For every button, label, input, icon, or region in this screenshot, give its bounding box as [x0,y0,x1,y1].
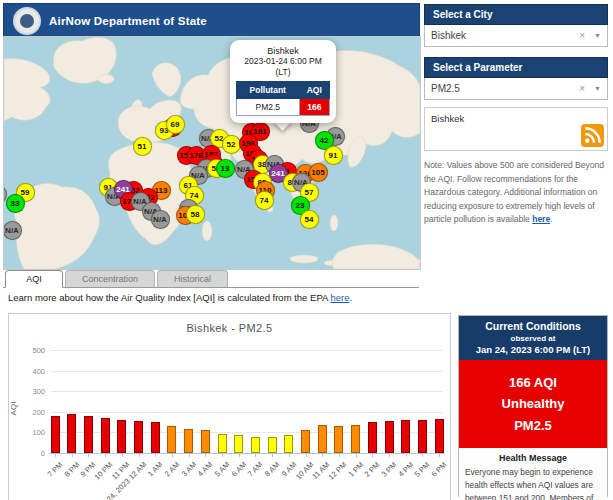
rss-icon[interactable] [581,124,604,147]
chart-bar[interactable] [301,430,310,453]
aqi-category: Unhealthy [461,393,605,414]
chart-bar[interactable] [435,419,444,453]
aqi-marker[interactable]: N/A [3,221,22,240]
chart-x-tick [72,454,73,457]
chart-gridline [51,391,443,392]
chart-bar[interactable] [218,434,227,453]
parameter-select[interactable]: PM2.5 × ▼ [424,78,608,100]
chart-x-tick [372,454,373,457]
epa-here-link[interactable]: here [330,292,349,303]
aqi-value-line: 166 AQI [461,372,605,393]
aqi-marker[interactable]: 33 [6,194,25,213]
aqi-marker[interactable]: 105 [309,163,328,182]
chart-bar[interactable] [234,435,243,453]
chart-y-tick: 500 [15,346,45,355]
city-clear-icon[interactable]: × [579,30,585,41]
chart-bar[interactable] [334,426,343,453]
city-select[interactable]: Bishkek × ▼ [424,25,608,47]
parameter-clear-icon[interactable]: × [579,83,585,94]
aqi-marker[interactable]: 51 [133,137,152,156]
tab-historical[interactable]: Historical [157,270,228,287]
parameter-select-header: Select a Parameter [424,57,608,78]
chart-x-tick [289,454,290,457]
world-map[interactable]: N/A5933N/A9936951N/A5252151176157182N/A5… [3,36,421,270]
city-select-header: Select a City [424,4,608,25]
chart-x-tick [272,454,273,457]
chart-y-tick: 100 [15,428,45,437]
aqi-marker[interactable]: 52 [222,135,241,154]
aqi-marker[interactable]: N/A [151,210,170,229]
chart-x-label: 4 AM [196,460,214,478]
chart-x-label: 8 AM [263,460,281,478]
chart-x-tick [439,454,440,457]
current-conditions-header: Current Conditions observed at Jan 24, 2… [459,316,607,360]
aqi-bar-chart: Bishkek - PM2.5 AQI 01002003004005007 PM… [8,313,451,500]
chart-x-tick [222,454,223,457]
chart-x-tick [122,454,123,457]
aqi-marker[interactable]: 91 [324,146,343,165]
chart-x-tick [155,454,156,457]
chart-x-label: 8 PM [62,460,81,479]
parameter-caret-down-icon[interactable]: ▼ [594,85,601,92]
chart-bar[interactable] [401,420,410,453]
popup-timezone: (LT) [235,67,331,78]
chart-bar[interactable] [184,429,193,453]
chart-x-label: 10 PM [93,460,115,482]
chart-bar[interactable] [101,418,110,453]
chart-bar[interactable] [251,437,260,453]
chart-gridline [51,350,443,351]
chart-x-label: 4 PM [396,460,415,479]
chart-x-tick [356,454,357,457]
chart-gridline [51,412,443,413]
chart-x-tick [88,454,89,457]
note-here-link[interactable]: here [532,214,550,224]
chart-x-tick [406,454,407,457]
tab-concentration[interactable]: Concentration [65,270,155,287]
map-popup: Bishkek 2023-01-24 6:00 PM (LT) Pollutan… [230,40,336,123]
chart-x-tick [172,454,173,457]
aqi-marker[interactable]: 58 [186,205,205,224]
chart-bar[interactable] [151,422,160,453]
aqi-marker[interactable]: 13 [216,159,235,178]
observed-at-datetime: Jan 24, 2023 6:00 PM (LT) [461,344,605,355]
chart-x-label: 3 AM [180,460,198,478]
learn-more-suffix: . [349,292,352,303]
chart-bar[interactable] [167,426,176,453]
chart-bar[interactable] [318,425,327,453]
chart-bar[interactable] [51,416,60,453]
chart-bar[interactable] [351,425,360,453]
current-conditions-panel: Current Conditions observed at Jan 24, 2… [458,315,608,497]
city-caret-down-icon[interactable]: ▼ [594,32,601,39]
chart-title: Bishkek - PM2.5 [9,322,450,334]
learn-more-text: Learn more about how the Air Quality Ind… [8,292,352,303]
chart-x-label: 5 AM [213,460,231,478]
chart-bar[interactable] [67,414,76,453]
chart-x-axis [49,453,445,454]
aqi-pollutant: PM2.5 [461,415,605,436]
chart-bar[interactable] [134,421,143,453]
chart-bar[interactable] [84,416,93,453]
parameter-select-card: Select a Parameter PM2.5 × ▼ [424,57,608,100]
tab-aqi[interactable]: AQI [5,270,63,288]
chart-bar[interactable] [385,421,394,453]
chart-bar[interactable] [117,420,126,453]
chart-bar[interactable] [368,422,377,453]
chart-x-tick [189,454,190,457]
aqi-marker[interactable]: 54 [300,210,319,229]
note-suffix: . [550,214,552,224]
chart-x-tick [255,454,256,457]
chart-bar[interactable] [284,435,293,453]
health-message-title: Health Message [465,453,601,463]
current-conditions-title: Current Conditions [461,320,605,332]
aqi-marker[interactable]: 69 [166,115,185,134]
city-feed-box[interactable]: Bishkek [424,107,608,151]
learn-more-prefix: Learn more about how the Air Quality Ind… [8,292,330,303]
chart-bar[interactable] [201,430,210,453]
aqi-marker[interactable]: 74 [255,191,274,210]
city-select-card: Select a City Bishkek × ▼ [424,4,608,47]
chart-x-tick [389,454,390,457]
chart-bar[interactable] [268,437,277,453]
chart-y-tick: 0 [15,449,45,458]
chart-bar[interactable] [418,420,427,453]
view-tabs: AQIConcentrationHistorical [3,270,419,288]
